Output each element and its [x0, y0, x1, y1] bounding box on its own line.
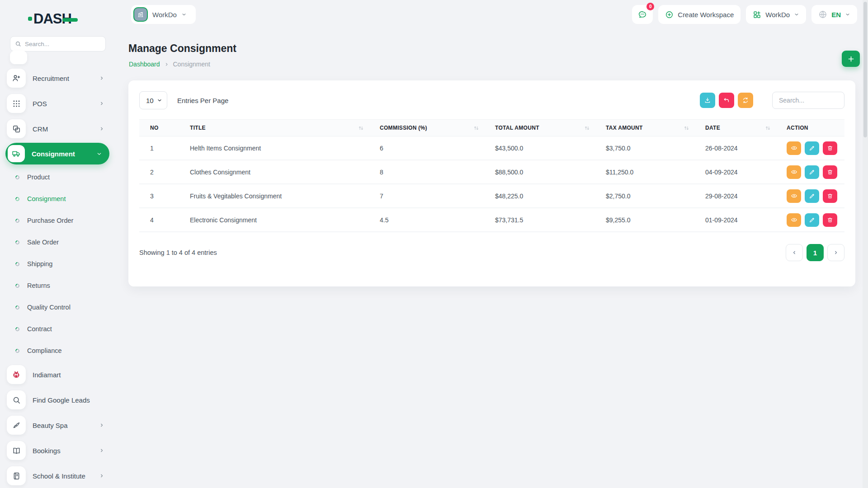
workspace-selector[interactable]: WorkDo — [131, 5, 196, 24]
pagination-next-button[interactable] — [827, 244, 844, 261]
chevron-right-icon — [833, 250, 839, 255]
undo-button[interactable] — [719, 93, 734, 108]
chat-bubble-icon — [637, 9, 647, 19]
submenu-item-contract[interactable]: Contract — [0, 318, 115, 340]
sidebar: DASH Recruitment POS — [0, 0, 115, 488]
sort-icon[interactable] — [765, 125, 770, 131]
sidebar-search[interactable] — [10, 36, 106, 52]
sidebar-item-find-google-leads[interactable]: Find Google Leads — [7, 390, 108, 409]
edit-button[interactable] — [805, 189, 819, 203]
sidebar-item-crm[interactable]: CRM — [7, 119, 108, 138]
cell-total: $88,500.0 — [484, 160, 595, 184]
column-header-total-amount[interactable]: TOTAL AMOUNT — [484, 119, 595, 136]
submenu-label: Contract — [27, 325, 52, 333]
chevron-down-icon — [181, 12, 187, 17]
breadcrumb-current: Consignment — [173, 61, 211, 68]
delete-button[interactable] — [823, 165, 837, 179]
cell-no: 4 — [139, 208, 179, 232]
submenu-item-quality-control[interactable]: Quality Control — [0, 296, 115, 318]
bullet-icon — [14, 196, 20, 202]
sort-icon[interactable] — [474, 125, 479, 131]
sidebar-item-pos[interactable]: POS — [7, 94, 108, 113]
refresh-button[interactable] — [738, 93, 753, 108]
submenu-item-sale-order[interactable]: Sale Order — [0, 231, 115, 253]
pagination-page-1[interactable]: 1 — [807, 244, 824, 261]
messages-button[interactable]: 0 — [632, 5, 653, 24]
cell-title: Helth Items Consignment — [179, 136, 369, 160]
workdo-apps-menu[interactable]: WorkDo — [746, 5, 806, 24]
create-workspace-label: Create Workspace — [678, 11, 734, 19]
cell-tax: $11,250.0 — [595, 160, 694, 184]
submenu-item-returns[interactable]: Returns — [0, 275, 115, 296]
cell-no: 3 — [139, 184, 179, 208]
submenu-item-consignment[interactable]: Consignment — [0, 188, 115, 210]
search-icon — [15, 41, 21, 47]
sidebar-item-beauty-spa[interactable]: Beauty Spa — [7, 416, 108, 435]
create-workspace-button[interactable]: Create Workspace — [658, 5, 741, 24]
export-button[interactable] — [700, 93, 715, 108]
plus-circle-icon — [665, 10, 674, 19]
cell-date: 29-08-2024 — [694, 184, 776, 208]
sidebar-item-label: Recruitment — [33, 75, 99, 82]
scrollbar-thumb[interactable] — [863, 2, 867, 137]
sidebar-item-bookings[interactable]: Bookings — [7, 441, 108, 460]
sort-icon[interactable] — [585, 125, 590, 131]
edit-button[interactable] — [805, 141, 819, 155]
delete-button[interactable] — [823, 189, 837, 203]
submenu-item-compliance[interactable]: Compliance — [0, 340, 115, 361]
app-logo[interactable]: DASH — [28, 12, 78, 26]
chevron-down-icon — [845, 12, 850, 17]
grid-plus-icon — [753, 10, 761, 19]
sidebar-item-label: Beauty Spa — [33, 422, 99, 429]
truck-icon — [8, 145, 25, 162]
view-button[interactable] — [787, 189, 801, 203]
sidebar-item-indiamart[interactable]: Indiamart — [7, 365, 108, 384]
table-header-row: NO TITLE COMMISSION (%) TOTAL AMOUNT TAX… — [139, 119, 844, 136]
language-selector[interactable]: EN — [811, 5, 857, 24]
workdo-menu-label: WorkDo — [765, 11, 790, 19]
chevron-right-icon — [164, 62, 169, 67]
table-search-input[interactable] — [772, 92, 844, 109]
edit-button[interactable] — [805, 165, 819, 179]
view-button[interactable] — [787, 165, 801, 179]
consignment-table: NO TITLE COMMISSION (%) TOTAL AMOUNT TAX… — [139, 119, 844, 232]
delete-button[interactable] — [823, 141, 837, 155]
bullet-icon — [14, 261, 20, 267]
sort-icon[interactable] — [359, 125, 363, 131]
view-button[interactable] — [787, 213, 801, 227]
submenu-label: Sale Order — [27, 239, 59, 246]
submenu-item-purchase-order[interactable]: Purchase Order — [0, 210, 115, 231]
submenu-item-product[interactable]: Product — [0, 166, 115, 188]
cell-commission: 7 — [369, 184, 484, 208]
page-scrollbar[interactable] — [863, 0, 868, 488]
column-header-title[interactable]: TITLE — [179, 119, 369, 136]
edit-button[interactable] — [805, 213, 819, 227]
trash-icon — [827, 169, 833, 175]
column-header-commission[interactable]: COMMISSION (%) — [369, 119, 484, 136]
bullet-icon — [14, 305, 20, 310]
consignment-submenu: Product Consignment Purchase Order Sale … — [0, 166, 115, 361]
undo-arrow-icon — [723, 97, 730, 104]
pagination-prev-button[interactable] — [786, 244, 803, 261]
breadcrumb-dashboard-link[interactable]: Dashboard — [129, 61, 160, 68]
eye-icon — [791, 169, 797, 175]
submenu-item-shipping[interactable]: Shipping — [0, 253, 115, 275]
row-actions — [787, 213, 839, 227]
table-row: 4 Electronic Consignment 4.5 $73,731.5 $… — [139, 208, 844, 232]
trash-icon — [827, 217, 833, 223]
logo-dot — [28, 17, 32, 21]
sidebar-item-school-institute[interactable]: School & Institute — [7, 466, 108, 485]
sort-icon[interactable] — [684, 125, 689, 131]
add-consignment-button[interactable] — [842, 51, 860, 67]
view-button[interactable] — [787, 141, 801, 155]
sidebar-item-recruitment[interactable]: Recruitment — [7, 69, 108, 88]
entries-per-page-select[interactable]: 10 — [139, 91, 167, 109]
sidebar-search-input[interactable] — [25, 41, 93, 47]
column-header-tax-amount[interactable]: TAX AMOUNT — [595, 119, 694, 136]
sidebar-item-consignment[interactable]: Consignment — [5, 143, 109, 164]
delete-button[interactable] — [823, 213, 837, 227]
bullet-icon — [14, 239, 20, 245]
sidebar-item-label: Bookings — [33, 447, 99, 455]
column-header-date[interactable]: DATE — [694, 119, 776, 136]
pencil-icon — [809, 145, 815, 151]
